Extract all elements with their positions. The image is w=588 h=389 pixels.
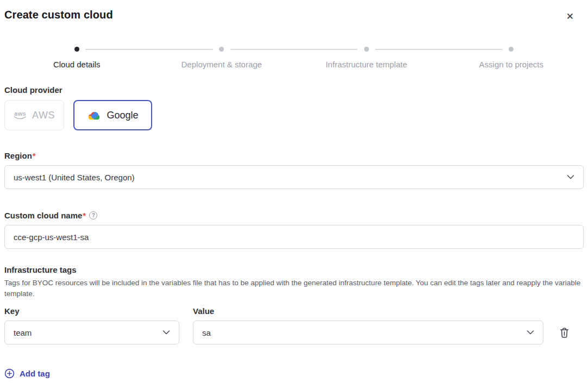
provider-option-google[interactable]: Google (73, 100, 152, 130)
provider-option-label: AWS (32, 110, 55, 121)
region-select[interactable]: us-west1 (United States, Oregon) (4, 165, 584, 189)
step-label: Assign to projects (439, 60, 584, 69)
tag-value-value: sa (202, 328, 211, 337)
step-infrastructure-template[interactable]: Infrastructure template (294, 47, 439, 69)
step-dot (364, 47, 369, 52)
infrastructure-tags-heading: Infrastructure tags (4, 265, 584, 274)
tag-key-value: team (14, 328, 32, 337)
custom-cloud-name-input[interactable] (4, 225, 584, 249)
trash-icon (559, 327, 570, 338)
tag-value-select[interactable]: sa (193, 321, 543, 344)
create-custom-cloud-dialog: Create custom cloud ✕ Cloud details Depl… (0, 0, 588, 389)
step-dot-active (74, 47, 79, 52)
aws-logo-icon: aws (14, 111, 27, 120)
tag-key-label: Key (4, 306, 179, 316)
infrastructure-tags-description: Tags for BYOC resources will be included… (4, 278, 584, 299)
tag-value-label: Value (193, 306, 543, 316)
delete-tag-button[interactable] (559, 327, 570, 338)
region-label: Region* (4, 151, 584, 160)
infrastructure-tags-section: Infrastructure tags Tags for BYOC resour… (4, 265, 584, 344)
tag-key-column: Key team (4, 306, 179, 344)
dialog-title: Create custom cloud (4, 9, 584, 21)
add-tag-button[interactable]: Add tag (4, 368, 50, 379)
region-section: Region* us-west1 (United States, Oregon) (4, 151, 584, 189)
provider-option-label: Google (107, 110, 138, 121)
cloud-provider-label: Cloud provider (4, 85, 584, 95)
step-label: Infrastructure template (294, 60, 439, 69)
wizard-stepper: Cloud details Deployment & storage Infra… (4, 47, 584, 69)
provider-options: aws AWS (4, 100, 584, 130)
required-asterisk: * (33, 151, 36, 160)
tag-value-column: Value sa (193, 306, 543, 344)
google-cloud-logo-icon (87, 110, 101, 121)
step-cloud-details[interactable]: Cloud details (4, 47, 149, 69)
chevron-down-icon (527, 330, 534, 335)
step-deployment-storage[interactable]: Deployment & storage (149, 47, 295, 69)
chevron-down-icon (567, 175, 574, 179)
plus-circle-icon (4, 368, 15, 379)
custom-cloud-name-section: Custom cloud name* ? (4, 211, 584, 249)
help-icon[interactable]: ? (89, 211, 97, 219)
provider-option-aws[interactable]: aws AWS (4, 100, 64, 130)
region-select-value: us-west1 (United States, Oregon) (14, 173, 135, 182)
step-label: Deployment & storage (149, 60, 295, 69)
cloud-provider-section: Cloud provider aws AWS (4, 85, 584, 130)
dialog-header: Create custom cloud ✕ (4, 9, 584, 23)
close-icon[interactable]: ✕ (564, 10, 576, 23)
step-dot (219, 47, 224, 52)
add-tag-label: Add tag (20, 369, 50, 378)
step-label: Cloud details (4, 60, 149, 69)
tag-row: Key team Value sa (4, 306, 584, 344)
step-dot (509, 47, 514, 52)
required-asterisk: * (83, 211, 86, 220)
custom-cloud-name-label: Custom cloud name* ? (4, 211, 584, 220)
step-assign-to-projects[interactable]: Assign to projects (439, 47, 584, 69)
tag-key-select[interactable]: team (4, 321, 179, 344)
chevron-down-icon (162, 330, 170, 335)
